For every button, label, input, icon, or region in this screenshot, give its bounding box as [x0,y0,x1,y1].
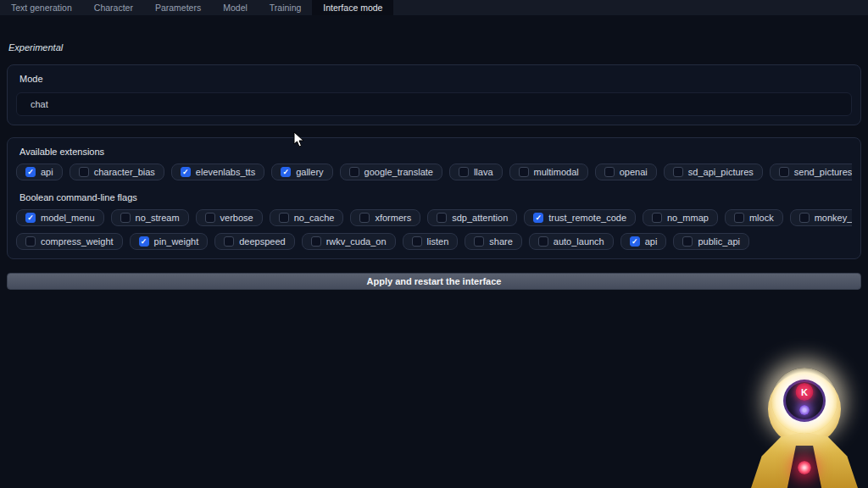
extensions-label: Available extensions [19,147,852,157]
flag-verbose[interactable]: verbose [196,209,263,226]
checkbox-icon[interactable] [311,236,321,247]
checkbox-icon[interactable] [79,167,89,177]
checkbox-checked-icon[interactable]: ✓ [630,236,640,247]
checkbox-checked-icon[interactable]: ✓ [139,236,149,247]
checkbox-icon[interactable] [779,167,789,177]
checkbox-icon[interactable] [25,236,36,247]
extension-send_pictures[interactable]: send_pictures [770,164,852,180]
flag-sdp_attention[interactable]: sdp_attention [427,209,517,226]
extension-openai[interactable]: openai [595,164,657,180]
flag-mlock[interactable]: mlock [725,209,783,226]
extension-sd_api_pictures[interactable]: sd_api_pictures [664,164,763,180]
character-image: K [749,368,860,488]
tab-training[interactable]: Training [259,0,313,15]
k-badge: K [796,383,814,401]
checkbox-label: openai [620,167,648,177]
checkbox-label: pin_weight [154,236,199,247]
checkbox-icon[interactable] [519,167,529,177]
checkbox-checked-icon[interactable]: ✓ [181,167,191,177]
tab-character[interactable]: Character [83,0,144,15]
flag-compress_weight[interactable]: compress_weight [16,233,123,250]
checkbox-icon[interactable] [799,213,810,223]
checkbox-checked-icon[interactable]: ✓ [281,167,291,177]
extensions-panel: Available extensions ✓apicharacter_bias✓… [7,137,861,259]
extension-row: ✓apicharacter_bias✓elevenlabs_tts✓galler… [16,164,852,180]
checkbox-icon[interactable] [652,213,662,223]
flag-xformers[interactable]: xformers [350,209,420,226]
checkbox-label: sdp_attention [452,213,508,223]
checkbox-label: auto_launch [554,236,604,247]
checkbox-label: character_bias [94,167,155,177]
checkbox-icon[interactable] [279,213,289,223]
checkbox-icon[interactable] [682,236,693,247]
checkbox-label: rwkv_cuda_on [326,236,387,247]
checkbox-icon[interactable] [359,213,370,223]
flag-api[interactable]: ✓api [620,233,667,250]
tab-interface-mode[interactable]: Interface mode [312,0,393,15]
checkbox-icon[interactable] [734,213,744,223]
flags-checkbox-group: ✓model_menuno_streamverboseno_cachexform… [16,209,852,250]
checkbox-icon[interactable] [205,213,215,223]
checkbox-label: share [489,236,513,247]
checkbox-checked-icon[interactable]: ✓ [25,167,36,177]
extension-character_bias[interactable]: character_bias [70,164,164,180]
checkbox-label: llava [474,167,493,177]
checkbox-label: elevenlabs_tts [196,167,255,177]
checkbox-icon[interactable] [437,213,447,223]
interface-mode-page: Experimental Mode chat Available extensi… [0,42,868,290]
flag-no_stream[interactable]: no_stream [111,209,189,226]
flag-pin_weight[interactable]: ✓pin_weight [130,233,209,250]
checkbox-icon[interactable] [538,236,548,247]
flag-listen[interactable]: listen [403,233,459,250]
checkbox-label: gallery [296,167,323,177]
mode-dropdown[interactable]: chat [16,92,852,116]
checkbox-icon[interactable] [459,167,469,177]
extension-gallery[interactable]: ✓gallery [271,164,332,180]
flag-model_menu[interactable]: ✓model_menu [16,209,104,226]
mode-label: Mode [19,74,852,84]
flag-public_api[interactable]: public_api [673,233,749,250]
tab-parameters[interactable]: Parameters [144,0,212,15]
checkbox-label: api [41,167,53,177]
checkbox-label: send_pictures [794,167,852,177]
flags-label: Boolean command-line flags [19,192,852,202]
checkbox-label: no_stream [136,213,180,223]
checkbox-icon[interactable] [474,236,484,247]
checkbox-label: listen [427,236,449,247]
tab-bar: Text generationCharacterParametersModelT… [0,0,868,15]
chest-orb [798,461,811,474]
tab-model[interactable]: Model [212,0,259,15]
checkbox-label: public_api [698,236,740,247]
extension-api[interactable]: ✓api [16,164,63,180]
checkbox-checked-icon[interactable]: ✓ [533,213,543,223]
checkbox-icon[interactable] [224,236,234,247]
flag-row: ✓model_menuno_streamverboseno_cachexform… [16,209,852,226]
checkbox-label: verbose [220,213,253,223]
checkbox-icon[interactable] [412,236,422,247]
flag-no_cache[interactable]: no_cache [270,209,344,226]
checkbox-icon[interactable] [604,167,615,177]
flag-share[interactable]: share [465,233,522,250]
checkbox-icon[interactable] [120,213,131,223]
flag-trust_remote_code[interactable]: ✓trust_remote_code [524,209,636,226]
flag-no_mmap[interactable]: no_mmap [643,209,718,226]
experimental-label: Experimental [8,42,861,53]
checkbox-label: mlock [749,213,774,223]
apply-restart-button[interactable]: Apply and restart the interface [7,273,861,290]
mode-panel: Mode chat [7,64,861,125]
flag-monkey_patch[interactable]: monkey_patch [790,209,852,226]
extension-multimodal[interactable]: multimodal [509,164,588,180]
checkbox-label: model_menu [41,213,95,223]
tab-text-generation[interactable]: Text generation [0,0,83,15]
checkbox-icon[interactable] [349,167,359,177]
checkbox-icon[interactable] [673,167,683,177]
checkbox-label: trust_remote_code [548,213,626,223]
flag-deepspeed[interactable]: deepspeed [214,233,294,250]
checkbox-label: api [645,236,658,247]
flag-auto_launch[interactable]: auto_launch [529,233,614,250]
flag-rwkv_cuda_on[interactable]: rwkv_cuda_on [302,233,396,250]
checkbox-checked-icon[interactable]: ✓ [25,213,36,223]
extension-llava[interactable]: llava [449,164,503,180]
extension-elevenlabs_tts[interactable]: ✓elevenlabs_tts [171,164,264,180]
extension-google_translate[interactable]: google_translate [340,164,442,180]
